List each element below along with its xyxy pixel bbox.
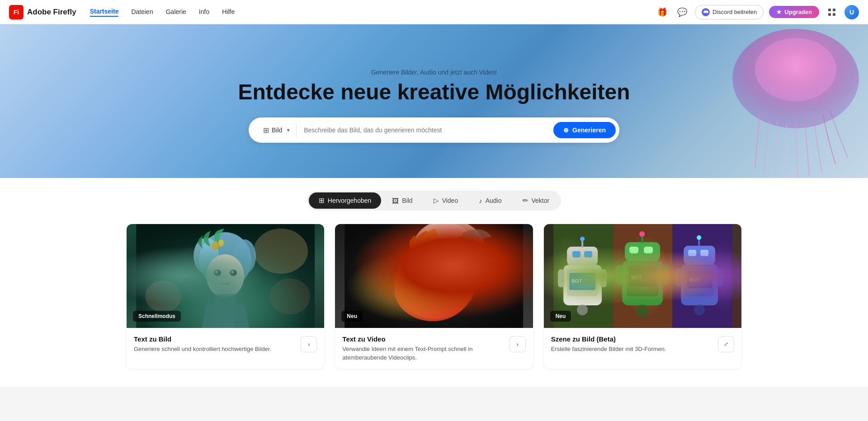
svg-rect-0	[828, 9, 831, 11]
svg-rect-70	[684, 246, 715, 265]
upgrade-button[interactable]: ★ Upgraden	[769, 6, 819, 18]
tab-hervorgehoben[interactable]: ⊞ Hervorgehoben	[309, 192, 382, 209]
apps-grid-button[interactable]	[825, 5, 839, 19]
gift-icon-button[interactable]: 🎁	[655, 5, 670, 19]
card-2-arrow-button[interactable]: ›	[509, 336, 526, 352]
nav-dateien[interactable]: Dateien	[131, 8, 153, 16]
hero-section: Generiere Bilder, Audio und jetzt auch V…	[0, 24, 868, 178]
card-1-image: Schnellmodus	[127, 224, 324, 328]
nav-info[interactable]: Info	[199, 8, 209, 16]
chat-icon-button[interactable]: 💬	[675, 5, 689, 19]
tab-vektor[interactable]: ✏ Vektor	[513, 192, 560, 209]
svg-rect-73	[698, 239, 700, 247]
tab-vektor-label: Vektor	[532, 197, 550, 204]
svg-rect-76	[717, 268, 723, 286]
card-1-arrow-button[interactable]: ›	[301, 336, 317, 352]
svg-point-9	[254, 229, 308, 274]
card-text-zu-bild: Schnellmodus Text zu Bild Generiere schn…	[127, 224, 324, 369]
nav-startseite[interactable]: Startseite	[90, 8, 119, 17]
svg-rect-61	[641, 235, 643, 243]
upgrade-star-icon: ★	[776, 9, 782, 15]
svg-point-48	[580, 237, 585, 241]
search-type-label: Bild	[272, 126, 282, 134]
card-3-body: Szene zu Bild (Beta) Erstelle fasziniere…	[544, 328, 741, 360]
svg-rect-34	[672, 224, 732, 328]
card-2-badge: Neu	[341, 311, 363, 322]
svg-rect-40	[569, 273, 595, 290]
svg-rect-46	[584, 251, 592, 257]
svg-rect-67	[684, 268, 714, 296]
search-bar: ⊞ Bild ▼ ⊕ Generieren	[249, 117, 619, 143]
svg-rect-38	[563, 265, 602, 305]
svg-text:BOT: BOT	[631, 275, 642, 280]
nav-links: Startseite Dateien Galerie Info Hilfe	[90, 8, 655, 17]
discord-icon	[702, 8, 710, 16]
svg-point-65	[636, 304, 649, 317]
nav-hilfe[interactable]: Hilfe	[222, 8, 235, 16]
svg-rect-3	[833, 13, 835, 16]
svg-rect-63	[616, 265, 623, 285]
card-3-image: BOT	[544, 224, 741, 328]
svg-point-24	[412, 224, 485, 278]
svg-point-30	[439, 256, 448, 265]
svg-rect-36	[613, 224, 672, 328]
tab-bild-label: Bild	[402, 197, 412, 204]
navbar-right: 🎁 💬 Discord beitreten ★ Upgraden	[655, 5, 859, 19]
svg-rect-47	[581, 240, 583, 248]
svg-point-77	[694, 304, 705, 315]
svg-point-62	[639, 231, 645, 237]
tab-video[interactable]: ▷ Video	[424, 192, 468, 209]
svg-point-26	[394, 247, 476, 319]
svg-rect-58	[625, 242, 660, 261]
card-1-desc: Generiere schnell und kontrolliert hochw…	[134, 345, 295, 354]
discord-button[interactable]: Discord beitreten	[695, 5, 764, 19]
svg-rect-22	[215, 294, 235, 328]
card-3-title: Szene zu Bild (Beta)	[551, 335, 712, 343]
generate-button[interactable]: ⊕ Generieren	[553, 122, 616, 138]
dropdown-chevron-icon: ▼	[286, 127, 291, 133]
svg-point-29	[437, 253, 451, 267]
card-szene-zu-bild: BOT	[544, 224, 741, 369]
card-2-body: Text zu Video Verwandle Ideen mit einem …	[335, 328, 533, 369]
svg-point-31	[440, 256, 443, 260]
search-type-selector[interactable]: ⊞ Bild ▼	[258, 123, 297, 137]
svg-rect-64	[662, 265, 669, 285]
avatar[interactable]: U	[844, 5, 859, 19]
svg-point-18	[214, 270, 221, 276]
svg-rect-71	[688, 250, 696, 256]
svg-point-20	[215, 271, 218, 273]
app-logo[interactable]: Fi Adobe Firefly	[9, 5, 76, 19]
nav-galerie[interactable]: Galerie	[166, 8, 186, 16]
svg-rect-23	[344, 224, 523, 328]
card-2-desc: Verwandle Ideen mit einem Text-Prompt sc…	[342, 345, 504, 362]
svg-rect-1	[833, 9, 835, 11]
svg-point-15	[212, 241, 219, 250]
tabs-container: ⊞ Hervorgehoben 🖼 Bild ▷ Video ♪ Audio ✏…	[307, 191, 561, 210]
svg-rect-45	[572, 251, 580, 257]
card-3-external-button[interactable]: ⤢	[718, 336, 734, 352]
tabs-section: ⊞ Hervorgehoben 🖼 Bild ▷ Video ♪ Audio ✏…	[0, 178, 868, 220]
hero-content: Generiere Bilder, Audio und jetzt auch V…	[0, 24, 868, 178]
svg-rect-52	[622, 260, 663, 305]
upgrade-label: Upgraden	[784, 9, 812, 15]
tab-bild[interactable]: 🖼 Bild	[382, 193, 422, 209]
svg-rect-72	[700, 250, 708, 256]
svg-point-74	[697, 235, 701, 240]
card-1-body: Text zu Bild Generiere schnell und kontr…	[127, 328, 324, 360]
image-type-icon: ⊞	[263, 126, 269, 135]
svg-point-16	[218, 239, 224, 247]
svg-point-21	[231, 271, 234, 273]
tab-hervorgehoben-icon: ⊞	[319, 196, 325, 205]
tab-vektor-icon: ✏	[523, 196, 528, 205]
svg-rect-44	[567, 247, 598, 266]
search-input[interactable]	[297, 126, 553, 134]
svg-rect-59	[629, 247, 638, 253]
svg-point-19	[230, 270, 237, 276]
card-text-zu-video: Neu Text zu Video Verwandle Ideen mit ei…	[335, 224, 533, 369]
tab-bild-icon: 🖼	[392, 197, 399, 205]
logo-icon: Fi	[9, 5, 24, 19]
svg-rect-68	[687, 271, 712, 288]
tab-audio[interactable]: ♪ Audio	[469, 193, 511, 209]
svg-text:BOT: BOT	[689, 277, 700, 282]
cards-section: Schnellmodus Text zu Bild Generiere schn…	[0, 220, 868, 387]
